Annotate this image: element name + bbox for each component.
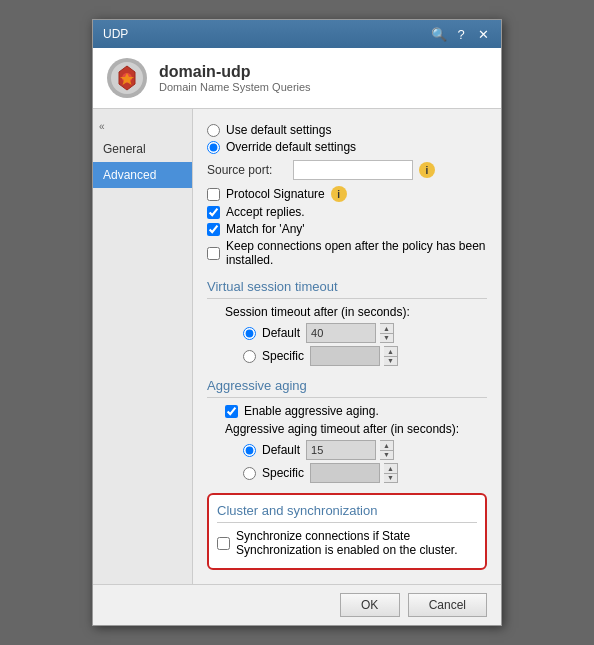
aging-specific-radio[interactable] xyxy=(243,467,256,480)
aging-specific-up[interactable]: ▲ xyxy=(384,464,397,474)
accept-replies-row: Accept replies. xyxy=(207,205,487,219)
virtual-session-title: Virtual session timeout xyxy=(207,279,487,294)
source-port-input[interactable] xyxy=(293,160,413,180)
aging-specific-label: Specific xyxy=(262,466,304,480)
cluster-sync-title: Cluster and synchronization xyxy=(217,503,477,518)
search-icon[interactable]: 🔍 xyxy=(431,26,447,42)
keep-conn-row: Keep connections open after the policy h… xyxy=(207,239,487,267)
session-timeout-options: Default 40 ▲ ▼ xyxy=(243,323,487,366)
options-checkboxes: Protocol Signature i Accept replies. Mat… xyxy=(207,186,487,267)
aging-down-arrow[interactable]: ▼ xyxy=(380,451,393,460)
match-any-label: Match for 'Any' xyxy=(226,222,305,236)
header: domain-udp Domain Name System Queries xyxy=(93,48,501,109)
sidebar-collapse-icon[interactable]: « xyxy=(93,117,192,136)
sidebar-item-general[interactable]: General xyxy=(93,136,192,162)
cluster-sync-section: Cluster and synchronization Synchronize … xyxy=(207,493,487,570)
close-icon[interactable]: ✕ xyxy=(475,26,491,42)
aging-specific-arrows[interactable]: ▲ ▼ xyxy=(384,463,398,483)
dialog-title: UDP xyxy=(103,27,128,41)
aging-default-row: Default 15 ▲ ▼ xyxy=(243,440,487,460)
cluster-sync-divider xyxy=(217,522,477,523)
session-specific-down[interactable]: ▼ xyxy=(384,357,397,366)
accept-replies-label: Accept replies. xyxy=(226,205,305,219)
aggressive-aging-content: Enable aggressive aging. Aggressive agin… xyxy=(225,404,487,483)
enable-aging-row: Enable aggressive aging. xyxy=(225,404,487,418)
session-specific-radio[interactable] xyxy=(243,350,256,363)
aggressive-aging-divider xyxy=(207,397,487,398)
aging-timeout-label: Aggressive aging timeout after (in secon… xyxy=(225,422,487,436)
sync-connections-checkbox[interactable] xyxy=(217,537,230,550)
enable-aging-checkbox[interactable] xyxy=(225,405,238,418)
session-default-arrows[interactable]: ▲ ▼ xyxy=(380,323,394,343)
source-port-info-icon[interactable]: i xyxy=(419,162,435,178)
use-default-radio[interactable] xyxy=(207,124,220,137)
protocol-sig-info-icon[interactable]: i xyxy=(331,186,347,202)
session-specific-value xyxy=(310,346,380,366)
help-icon[interactable]: ? xyxy=(453,26,469,42)
source-port-label: Source port: xyxy=(207,163,287,177)
match-any-checkbox[interactable] xyxy=(207,223,220,236)
body: « General Advanced Use default settings … xyxy=(93,109,501,584)
content-area: Use default settings Override default se… xyxy=(193,109,501,584)
aging-specific-row: Specific ▲ ▼ xyxy=(243,463,487,483)
session-down-arrow[interactable]: ▼ xyxy=(380,334,393,343)
aging-default-label: Default xyxy=(262,443,300,457)
sidebar: « General Advanced xyxy=(93,109,193,584)
aging-default-spinner: 15 ▲ ▼ xyxy=(306,440,394,460)
session-timeout-label: Session timeout after (in seconds): xyxy=(225,305,487,319)
ok-button[interactable]: OK xyxy=(340,593,400,617)
footer: OK Cancel xyxy=(93,584,501,625)
session-default-label: Default xyxy=(262,326,300,340)
session-default-radio[interactable] xyxy=(243,327,256,340)
session-specific-row: Specific ▲ ▼ xyxy=(243,346,487,366)
aggressive-aging-title: Aggressive aging xyxy=(207,378,487,393)
override-default-radio[interactable] xyxy=(207,141,220,154)
override-default-label: Override default settings xyxy=(226,140,356,154)
session-specific-spinner: ▲ ▼ xyxy=(310,346,398,366)
aging-specific-value xyxy=(310,463,380,483)
protocol-sig-row: Protocol Signature i xyxy=(207,186,487,202)
match-any-row: Match for 'Any' xyxy=(207,222,487,236)
sync-connections-label: Synchronize connections if State Synchro… xyxy=(236,529,477,557)
session-default-spinner: 40 ▲ ▼ xyxy=(306,323,394,343)
header-text: domain-udp Domain Name System Queries xyxy=(159,63,311,93)
keep-conn-checkbox[interactable] xyxy=(207,247,220,260)
sync-connections-row: Synchronize connections if State Synchro… xyxy=(217,529,477,557)
aging-default-radio[interactable] xyxy=(243,444,256,457)
aging-up-arrow[interactable]: ▲ xyxy=(380,441,393,451)
title-bar: UDP 🔍 ? ✕ xyxy=(93,20,501,48)
main-dialog: UDP 🔍 ? ✕ domain-udp Domain Name System … xyxy=(92,19,502,626)
source-port-row: Source port: i xyxy=(207,160,487,180)
aging-specific-down[interactable]: ▼ xyxy=(384,474,397,483)
enable-aging-label: Enable aggressive aging. xyxy=(244,404,379,418)
cancel-button[interactable]: Cancel xyxy=(408,593,487,617)
app-subtitle: Domain Name System Queries xyxy=(159,81,311,93)
session-default-value: 40 xyxy=(306,323,376,343)
sidebar-item-advanced[interactable]: Advanced xyxy=(93,162,192,188)
virtual-session-section: Virtual session timeout Session timeout … xyxy=(207,279,487,366)
aggressive-aging-section: Aggressive aging Enable aggressive aging… xyxy=(207,378,487,483)
app-icon xyxy=(107,58,147,98)
override-default-row: Override default settings xyxy=(207,140,487,154)
app-name: domain-udp xyxy=(159,63,311,81)
settings-radio-group: Use default settings Override default se… xyxy=(207,123,487,154)
title-bar-icons: 🔍 ? ✕ xyxy=(431,26,491,42)
keep-conn-label: Keep connections open after the policy h… xyxy=(226,239,487,267)
virtual-session-divider xyxy=(207,298,487,299)
aging-options: Default 15 ▲ ▼ xyxy=(243,440,487,483)
session-specific-arrows[interactable]: ▲ ▼ xyxy=(384,346,398,366)
aging-default-value: 15 xyxy=(306,440,376,460)
protocol-sig-label: Protocol Signature xyxy=(226,187,325,201)
use-default-row: Use default settings xyxy=(207,123,487,137)
session-specific-label: Specific xyxy=(262,349,304,363)
protocol-sig-checkbox[interactable] xyxy=(207,188,220,201)
aging-default-arrows[interactable]: ▲ ▼ xyxy=(380,440,394,460)
title-bar-left: UDP xyxy=(103,27,128,41)
session-specific-up[interactable]: ▲ xyxy=(384,347,397,357)
session-up-arrow[interactable]: ▲ xyxy=(380,324,393,334)
aging-specific-spinner: ▲ ▼ xyxy=(310,463,398,483)
use-default-label: Use default settings xyxy=(226,123,331,137)
accept-replies-checkbox[interactable] xyxy=(207,206,220,219)
session-timeout-content: Session timeout after (in seconds): Defa… xyxy=(225,305,487,366)
session-default-row: Default 40 ▲ ▼ xyxy=(243,323,487,343)
